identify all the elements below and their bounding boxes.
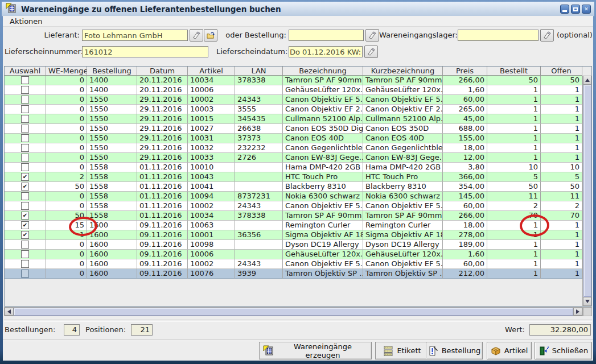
wareneingangslager-input[interactable] bbox=[458, 30, 539, 41]
oder-bestellung-input[interactable] bbox=[289, 30, 364, 41]
status-separator bbox=[4, 320, 592, 322]
column-header-preis[interactable]: Preis bbox=[443, 67, 487, 76]
row-checkbox[interactable] bbox=[21, 125, 29, 133]
row-checkbox[interactable] bbox=[21, 134, 29, 142]
column-header-bestellt[interactable]: Bestellt bbox=[487, 67, 541, 76]
table-row[interactable]: 0155029.11.20161003137373Canon EOS 40DCa… bbox=[5, 134, 591, 143]
row-checkbox[interactable] bbox=[21, 154, 29, 162]
table-header-row: AuswahlWE-MengeBestellungDatumArtikelLAN… bbox=[5, 67, 591, 76]
minimize-button[interactable] bbox=[560, 5, 569, 14]
table-row[interactable]: 0160009.11.201610006GehäuseLüfter 120x..… bbox=[5, 250, 591, 259]
lieferscheindatum-clear-button[interactable] bbox=[364, 46, 378, 58]
wareneingaenge-erzeugen-button[interactable]: Wareneingänge erzeugen bbox=[259, 342, 372, 359]
column-header-bezeichnung[interactable]: Bezeichnung bbox=[283, 67, 363, 76]
table-row[interactable]: 0155029.11.20161000224343Canon Objektiv … bbox=[5, 95, 591, 105]
table-row[interactable]: 0155801.11.201610010Hama DMP-420 2GBHama… bbox=[5, 163, 591, 172]
maximize-button[interactable] bbox=[571, 5, 580, 14]
row-checkbox[interactable] bbox=[21, 173, 29, 181]
lieferant-input[interactable] bbox=[82, 30, 188, 41]
cell-we-menge: 0 bbox=[46, 250, 87, 259]
table-row[interactable]: 0155029.11.201610032232232Canon Gegenlic… bbox=[5, 143, 591, 153]
scroll-right-button[interactable] bbox=[573, 308, 582, 316]
column-header-kurzbezeichnung[interactable]: Kurzbezeichnung bbox=[363, 67, 443, 76]
row-checkbox[interactable] bbox=[21, 183, 29, 191]
close-button[interactable]: ✕ bbox=[582, 5, 591, 14]
table-row[interactable]: 0160009.11.201610098Dyson DC19 AllergyDy… bbox=[5, 240, 591, 250]
column-header-auswahl[interactable]: Auswahl bbox=[5, 67, 46, 76]
row-checkbox[interactable] bbox=[21, 250, 29, 258]
horizontal-scrollbar[interactable] bbox=[4, 307, 583, 316]
oder-bestellung-clear-button[interactable] bbox=[365, 29, 379, 42]
horizontal-scrollbar-thumb[interactable] bbox=[14, 308, 573, 316]
cell-bezeichnung: GehäuseLüfter 120x... bbox=[283, 250, 363, 259]
cell-bezeichnung: Canon EOS 40D bbox=[283, 134, 363, 143]
title-bar[interactable]: Wareneingänge zu offenen Lieferantenbest… bbox=[2, 2, 594, 16]
column-header-artikel[interactable]: Artikel bbox=[188, 67, 235, 76]
row-checkbox[interactable] bbox=[21, 86, 29, 94]
cell-we-menge: 0 bbox=[46, 259, 87, 269]
row-checkbox[interactable] bbox=[21, 163, 29, 171]
table-row[interactable]: 0155029.11.20161002726638Canon EOS 350D … bbox=[5, 124, 591, 134]
lieferscheinnummer-input[interactable] bbox=[82, 46, 208, 57]
table-row[interactable]: 0155801.11.20161000224343Canon Objektiv … bbox=[5, 201, 591, 211]
etikett-button[interactable]: Etikett bbox=[375, 342, 429, 359]
column-header-datum[interactable]: Datum bbox=[137, 67, 188, 76]
row-checkbox[interactable] bbox=[21, 96, 29, 104]
wareneingangslager-label: Wareneingangslager: bbox=[379, 30, 455, 41]
column-header-we-menge[interactable]: WE-Menge bbox=[46, 67, 87, 76]
cell-we-menge: 0 bbox=[46, 269, 87, 279]
folder-open-icon bbox=[207, 31, 215, 40]
row-checkbox[interactable] bbox=[21, 192, 29, 200]
cell-lan: 378338 bbox=[235, 76, 283, 85]
table-row[interactable]: 0140020.11.201610034378338Tamron SP AF 9… bbox=[5, 76, 591, 85]
table-row[interactable]: 0160009.11.2016100763939Tamron Objektiv … bbox=[5, 269, 591, 279]
row-checkbox[interactable] bbox=[21, 270, 29, 278]
bestellungen-label: Bestellungen: bbox=[5, 324, 55, 336]
scroll-left-button[interactable] bbox=[5, 308, 14, 316]
scroll-up-button[interactable] bbox=[583, 76, 591, 85]
table-row[interactable]: 0155029.11.201610015345435Cullmann 52100… bbox=[5, 114, 591, 124]
wareneingangslager-clear-button[interactable] bbox=[540, 29, 554, 42]
table-row[interactable]: 0155801.11.2016100948737231Nokia 6300 sc… bbox=[5, 192, 591, 201]
row-checkbox[interactable] bbox=[21, 260, 29, 268]
menu-aktionen[interactable]: Aktionen bbox=[3, 17, 50, 26]
vertical-scrollbar-thumb[interactable] bbox=[583, 85, 591, 297]
lieferant-clear-button[interactable] bbox=[190, 29, 203, 42]
table-row[interactable]: 50155801.11.201610041Blackberry 8310Blac… bbox=[5, 182, 591, 192]
schliessen-button[interactable]: Schließen bbox=[535, 342, 592, 359]
table-row[interactable]: 0160009.11.20161000224343Canon Objektiv … bbox=[5, 259, 591, 269]
artikel-button[interactable]: Artikel bbox=[487, 342, 532, 359]
cell-we-menge: 0 bbox=[46, 163, 87, 172]
vertical-scrollbar[interactable] bbox=[582, 76, 591, 306]
cell-bestellung: 1550 bbox=[87, 105, 137, 114]
cell-datum: 20.11.2016 bbox=[137, 85, 188, 95]
row-checkbox[interactable] bbox=[21, 212, 29, 220]
row-checkbox[interactable] bbox=[21, 76, 29, 84]
cell-preis: 3,80 bbox=[443, 163, 487, 172]
cell-kurzbezeichnung: Canon Gegenlichtble... bbox=[363, 143, 443, 153]
column-header-offen[interactable]: Offen bbox=[541, 67, 582, 76]
bestellung-button[interactable]: Bestellung bbox=[426, 342, 483, 359]
row-checkbox[interactable] bbox=[21, 241, 29, 249]
lieferscheindatum-input[interactable] bbox=[289, 46, 363, 57]
cell-bestellt: 1 bbox=[487, 143, 541, 153]
row-checkbox[interactable] bbox=[21, 231, 29, 239]
table-row[interactable]: 0155029.11.2016100033555Canon Objektiv E… bbox=[5, 105, 591, 114]
table-row[interactable]: 2155801.11.201610043HTC Touch ProHTC Tou… bbox=[5, 172, 591, 182]
column-header-bestellung[interactable]: Bestellung bbox=[87, 67, 137, 76]
lieferant-open-button[interactable] bbox=[204, 29, 217, 42]
table-row[interactable]: 0155029.11.2016100332726Canon EW-83J Geg… bbox=[5, 153, 591, 163]
cell-datum: 29.11.2016 bbox=[137, 114, 188, 124]
row-checkbox[interactable] bbox=[21, 115, 29, 123]
row-checkbox[interactable] bbox=[21, 105, 29, 113]
table-row[interactable]: 0140020.11.201610006GehäuseLüfter 120x..… bbox=[5, 85, 591, 95]
row-checkbox[interactable] bbox=[21, 144, 29, 152]
cell-bestellt: 1 bbox=[487, 114, 541, 124]
column-header-lan[interactable]: LAN bbox=[235, 67, 283, 76]
cell-offen: 1 bbox=[541, 240, 582, 250]
scroll-down-button[interactable] bbox=[583, 297, 591, 306]
row-checkbox[interactable] bbox=[21, 202, 29, 210]
row-checkbox[interactable] bbox=[21, 221, 29, 229]
cell-auswahl bbox=[5, 201, 46, 211]
cell-offen: 10 bbox=[541, 163, 582, 172]
